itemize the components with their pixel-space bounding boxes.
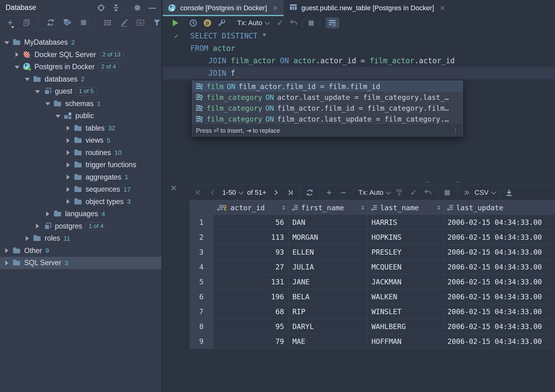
close-results-icon[interactable]: ✕ bbox=[169, 184, 178, 193]
tree-expand-arrow[interactable] bbox=[45, 212, 50, 216]
tree-item[interactable]: guest 1 of 5 bbox=[0, 85, 162, 98]
tree-item[interactable]: SQL Server 3 bbox=[0, 257, 162, 269]
close-icon[interactable]: ✕ bbox=[273, 4, 278, 12]
tree-expand-arrow[interactable] bbox=[55, 114, 60, 118]
first-page-icon[interactable] bbox=[194, 188, 203, 198]
tree-expand-arrow[interactable] bbox=[25, 77, 30, 82]
row-number[interactable]: 1 bbox=[189, 215, 214, 230]
tx-mode-dropdown[interactable]: Tx: Auto bbox=[358, 189, 390, 197]
cell-last-update[interactable]: 2006-02-15 04:34:33.00 bbox=[444, 215, 555, 230]
tree-item[interactable]: public bbox=[0, 110, 162, 122]
column-header[interactable]: last_update bbox=[444, 200, 555, 215]
cell-last-name[interactable]: HOPKINS bbox=[368, 230, 444, 245]
autocomplete-item[interactable]: film_category ON film_actor.last_update … bbox=[192, 114, 463, 124]
rollback-icon[interactable] bbox=[423, 188, 433, 198]
settings-gear-icon[interactable] bbox=[133, 3, 142, 12]
tree-item[interactable]: routines 10 bbox=[0, 147, 162, 159]
tree-item[interactable]: postgres 1 of 4 bbox=[0, 220, 162, 233]
stop-icon[interactable] bbox=[443, 188, 452, 198]
code-line[interactable]: JOIN film_actor ON actor.actor_id = film… bbox=[163, 55, 555, 67]
tree-expand-arrow[interactable] bbox=[45, 101, 50, 106]
data-source-properties-icon[interactable] bbox=[63, 18, 72, 27]
tree-expand-arrow[interactable] bbox=[66, 126, 71, 131]
tree-item[interactable]: languages 4 bbox=[0, 208, 162, 220]
prev-page-icon[interactable] bbox=[208, 188, 217, 198]
cell-first-name[interactable]: DAN bbox=[289, 215, 368, 230]
cell-actor-id[interactable]: 95 bbox=[214, 319, 289, 334]
tree-expand-arrow[interactable] bbox=[66, 150, 71, 155]
cell-first-name[interactable]: MAE bbox=[289, 334, 368, 349]
cell-actor-id[interactable]: 27 bbox=[214, 260, 289, 274]
cell-last-update[interactable]: 2006-02-15 04:34:33.00 bbox=[444, 319, 555, 334]
next-page-icon[interactable] bbox=[271, 188, 281, 198]
tab-new-table[interactable]: guest.public.new_table [Postgres in Dock… bbox=[284, 0, 451, 16]
cell-last-update[interactable]: 2006-02-15 04:34:33.00 bbox=[444, 334, 555, 349]
cell-actor-id[interactable]: 79 bbox=[214, 334, 289, 349]
table-view-icon[interactable] bbox=[103, 18, 112, 27]
cell-last-update[interactable]: 2006-02-15 04:34:33.00 bbox=[444, 289, 555, 304]
cell-last-name[interactable]: HARRIS bbox=[368, 215, 444, 230]
tree-item[interactable]: Postgres in Docker 2 of 4 bbox=[0, 61, 162, 73]
delete-row-icon[interactable]: − bbox=[339, 188, 348, 198]
cell-actor-id[interactable]: 68 bbox=[214, 304, 289, 319]
cell-last-name[interactable]: PRESLEY bbox=[368, 245, 444, 260]
table-row[interactable]: 2 113 MORGAN HOPKINS 2006-02-15 04:34:33… bbox=[189, 230, 555, 245]
cell-last-name[interactable]: JACKMAN bbox=[368, 274, 444, 289]
code-line[interactable]: ✓ SELECT DISTINCT * bbox=[163, 30, 555, 42]
tree-expand-arrow[interactable] bbox=[66, 199, 71, 204]
locate-icon[interactable] bbox=[97, 3, 105, 12]
cell-last-update[interactable]: 2006-02-15 04:34:33.00 bbox=[444, 245, 555, 260]
sort-arrows-icon[interactable] bbox=[282, 205, 285, 210]
chevron-down-icon[interactable] bbox=[238, 189, 244, 194]
cell-last-update[interactable]: 2006-02-15 04:34:33.00 bbox=[444, 274, 555, 289]
tree-item[interactable]: object types 3 bbox=[0, 196, 162, 208]
commit-check-icon[interactable]: ✓ bbox=[275, 18, 285, 28]
row-number[interactable]: 7 bbox=[189, 304, 214, 319]
cell-first-name[interactable]: ELLEN bbox=[289, 245, 368, 260]
table-row[interactable]: 3 93 ELLEN PRESLEY 2006-02-15 04:34:33.0… bbox=[189, 245, 555, 260]
sort-arrows-icon[interactable] bbox=[361, 205, 364, 210]
code-line[interactable]: FROM actor bbox=[163, 42, 555, 55]
autocomplete-item[interactable]: film_category ON film_actor.film_id = fi… bbox=[192, 103, 463, 114]
stop-icon[interactable] bbox=[307, 18, 316, 28]
hide-panel-icon[interactable]: — bbox=[148, 3, 157, 12]
splitter-handle[interactable] bbox=[425, 181, 430, 182]
tree-item[interactable]: schemas 1 bbox=[0, 98, 162, 110]
cell-last-update[interactable]: 2006-02-15 04:34:33.00 bbox=[444, 260, 555, 274]
tree-expand-arrow[interactable] bbox=[35, 89, 40, 94]
cell-last-name[interactable]: WAHLBERG bbox=[368, 319, 444, 334]
cell-first-name[interactable]: MORGAN bbox=[289, 230, 368, 245]
cell-last-name[interactable]: HOFFMAN bbox=[368, 334, 444, 349]
cell-first-name[interactable]: JULIA bbox=[289, 260, 368, 274]
row-number[interactable]: 3 bbox=[189, 245, 214, 260]
tree-expand-arrow[interactable] bbox=[66, 187, 71, 192]
cell-last-name[interactable]: MCQUEEN bbox=[368, 260, 444, 274]
grid-corner[interactable] bbox=[189, 200, 214, 215]
tree-expand-arrow[interactable] bbox=[15, 52, 20, 57]
tree-item[interactable]: views 5 bbox=[0, 134, 162, 147]
tree-expand-arrow[interactable] bbox=[66, 138, 71, 143]
tree-expand-arrow[interactable] bbox=[15, 65, 20, 69]
table-row[interactable]: 9 79 MAE HOFFMAN 2006-02-15 04:34:33.00 bbox=[189, 334, 555, 349]
code-line[interactable]: JOIN f_ bbox=[163, 67, 555, 79]
tree-item[interactable]: Docker SQL Server 2 of 13 bbox=[0, 49, 162, 61]
column-header[interactable]: first_name bbox=[289, 200, 368, 215]
tree-item[interactable]: aggregates 1 bbox=[0, 171, 162, 184]
row-number[interactable]: 8 bbox=[189, 319, 214, 334]
table-row[interactable]: 6 196 BELA WALKEN 2006-02-15 04:34:33.00 bbox=[189, 289, 555, 304]
refresh-icon[interactable] bbox=[46, 18, 55, 27]
sql-editor[interactable]: ✓ SELECT DISTINCT * FROM actor JOIN film… bbox=[163, 30, 555, 79]
table-row[interactable]: 1 56 DAN HARRIS 2006-02-15 04:34:33.00 bbox=[189, 215, 555, 230]
cell-actor-id[interactable]: 113 bbox=[214, 230, 289, 245]
reload-icon[interactable] bbox=[305, 188, 314, 198]
tree-expand-arrow[interactable] bbox=[66, 175, 71, 180]
close-icon[interactable]: ✕ bbox=[440, 4, 445, 12]
run-icon[interactable] bbox=[171, 18, 180, 28]
table-row[interactable]: 5 131 JANE JACKMAN 2006-02-15 04:34:33.0… bbox=[189, 274, 555, 289]
table-row[interactable]: 8 95 DARYL WAHLBERG 2006-02-15 04:34:33.… bbox=[189, 319, 555, 334]
tree-expand-arrow[interactable] bbox=[4, 248, 9, 253]
chevrons-icon[interactable] bbox=[462, 188, 472, 198]
filter-icon[interactable] bbox=[153, 18, 162, 27]
tree-item[interactable]: roles 11 bbox=[0, 232, 162, 245]
autocomplete-item[interactable]: film ON film_actor.film_id = film.film_i… bbox=[192, 81, 463, 92]
